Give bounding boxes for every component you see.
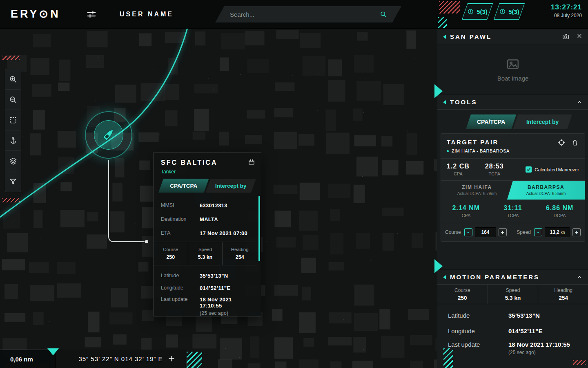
popup-tab-cpa-tcpa[interactable]: CPA/TCPA — [158, 179, 209, 193]
vessel-popup: SFC BALTICA Tanker CPA/TCPA Intercept by… — [153, 152, 261, 316]
section-marker-icon — [443, 35, 446, 39]
tools-body: CPA/TCPA Intercept by TARGET PAIR ZIM HA… — [437, 110, 588, 269]
chevron-up-icon[interactable] — [576, 274, 583, 280]
motion-heading-cell: Heading 254 — [538, 285, 588, 304]
checkbox-icon[interactable] — [526, 166, 532, 173]
tools-tab-cpa-tcpa[interactable]: CPA/TCPA — [466, 114, 516, 129]
course-number: 164 — [481, 229, 490, 235]
map-toolbar — [5, 69, 21, 192]
motion-longitude-label: Longitude — [448, 328, 508, 334]
anchor-tool-button[interactable] — [5, 130, 21, 151]
popup-scrollbar[interactable] — [258, 196, 260, 261]
eta-row: ETA 17 Nov 2021 07:00 — [161, 226, 250, 240]
eta-value: 17 Nov 2021 07:00 — [200, 230, 247, 236]
camera-icon[interactable] — [562, 33, 570, 40]
tcpa-value: 28:53 — [485, 163, 504, 170]
speed-value: 5.3 kn — [198, 254, 212, 260]
motion-speed-cell: Speed 5.3 kn — [488, 285, 538, 304]
tools-tab-intercept-by[interactable]: Intercept by — [513, 114, 572, 129]
speed-stepper-label: Speed — [517, 229, 531, 235]
section-marker-icon — [443, 275, 446, 279]
result-cpa-label: CPA — [461, 213, 470, 218]
last-update-label: Last update — [161, 296, 200, 302]
motion-last-update-ago: (25 sec ago) — [508, 350, 570, 355]
course-label: Course — [163, 247, 178, 252]
search-input[interactable] — [230, 6, 377, 22]
result-dcpa-label: DCPA — [554, 213, 566, 218]
user-name: USER NAME — [120, 11, 174, 18]
popup-tab-intercept-by[interactable]: Intercept by — [206, 179, 256, 193]
layers-button[interactable] — [5, 151, 21, 171]
motion-parameters-header[interactable]: MOTION PARAMETERS — [437, 270, 588, 285]
speed-cell: Speed 5.3 kn — [188, 242, 223, 265]
cpa-value: 1.2 CB — [447, 163, 470, 170]
calendar-icon[interactable] — [248, 158, 255, 166]
cursor-coordinates: 35” 53’ 22” N 014 32’ 19” E — [55, 350, 186, 368]
speed-stepper-value[interactable]: 13,2 kn — [545, 227, 570, 237]
vessel-tab-barbarosa[interactable]: BARBARPSA Actual DCPA: 6.35nm — [507, 181, 585, 200]
tcpa-label: TCPA — [485, 171, 504, 176]
trash-icon[interactable] — [571, 139, 579, 146]
course-cell: Course 250 — [154, 242, 188, 265]
motion-latitude-row: Latitude 35’53’13”N — [448, 307, 588, 323]
result-dcpa-value: 6.86 NM — [546, 204, 573, 212]
menu-icon[interactable] — [86, 9, 98, 20]
alert-icon — [499, 8, 506, 15]
chevron-up-icon[interactable] — [576, 99, 583, 105]
speed-label: Speed — [198, 247, 212, 252]
tools-tabs: CPA/TCPA Intercept by — [466, 114, 572, 129]
motion-speed-value: 5.3 kn — [505, 295, 521, 301]
scale-pointer-icon — [47, 348, 59, 355]
destination-label: Destination — [161, 216, 200, 222]
motion-latitude-value: 35’53’13”N — [508, 312, 540, 319]
section-marker-icon — [443, 100, 446, 104]
crosshair-plus-icon[interactable] — [168, 355, 175, 362]
latitude-value: 35’53’13”N — [200, 273, 228, 279]
motion-last-update-value: 18 Nov 2021 17:10:55 (25 sec ago) — [508, 341, 570, 355]
search-icon[interactable] — [379, 10, 388, 18]
panel-notch-bottom-icon — [434, 259, 443, 273]
mmsi-row: MMSI 633012813 — [161, 198, 250, 212]
motion-course-label: Course — [454, 287, 470, 293]
popup-vessel-type: Tanker — [161, 169, 176, 175]
course-value: 250 — [166, 254, 175, 260]
speed-plus-button[interactable]: + — [572, 228, 581, 236]
alert-badge-1[interactable]: 5(3) — [462, 3, 493, 20]
course-plus-button[interactable]: + — [499, 228, 507, 236]
popup-position-rows: Latitude 35’53’13”N Longitude 014’52’11”… — [161, 269, 250, 314]
tcpa-stat: 28:53 TCPA — [485, 163, 504, 176]
motion-last-update-label: Last update — [448, 341, 508, 348]
course-minus-button[interactable]: - — [464, 228, 472, 236]
vessel-b-name: BARBARPSA — [528, 184, 564, 190]
alert-badge-2[interactable]: 5(3) — [494, 3, 525, 20]
motion-parameters-body: Course 250 Speed 5.3 kn Heading 254 Lati… — [437, 285, 588, 368]
vessel-tab-zim-haifa[interactable]: ZIM HAIFA Actual DCPA: 6.79nm — [441, 181, 513, 200]
panel-notch-top-icon — [434, 84, 443, 98]
cpa-stat: 1.2 CB CPA — [447, 163, 470, 176]
calculated-maneuver-checkbox[interactable]: Calculated Maneuver — [526, 166, 579, 173]
motion-course-cell: Course 250 — [437, 285, 488, 304]
map-scale: 0,06 nm — [0, 350, 55, 368]
locate-target-icon[interactable] — [557, 139, 566, 147]
result-tcpa: 31:11 TCPA — [490, 204, 537, 218]
zoom-in-button[interactable] — [5, 69, 21, 90]
motion-course-value: 250 — [458, 295, 467, 301]
mmsi-value: 633012813 — [200, 202, 227, 209]
popup-fields: MMSI 633012813 Destination MALTA ETA 17 … — [161, 198, 250, 240]
select-area-button[interactable] — [5, 110, 21, 130]
longitude-label: Longitude — [161, 285, 200, 291]
speed-minus-button[interactable]: - — [534, 228, 542, 236]
header: ERY⊙N USER NAME 5(3) 5(3) 13:27:21 08 Ju… — [0, 0, 588, 29]
alert-icon — [467, 8, 474, 15]
destination-value: MALTA — [200, 216, 218, 222]
zoom-out-button[interactable] — [5, 90, 21, 110]
course-stepper-value[interactable]: 164 — [475, 227, 496, 237]
filter-button[interactable] — [5, 171, 21, 192]
result-cpa-value: 2.14 NM — [452, 204, 480, 212]
close-icon[interactable] — [576, 33, 583, 40]
target-pair-names: ZIM HAIFA - BARBAROSA — [447, 148, 510, 153]
last-update-time: 18 Nov 2021 17:10:55 — [200, 296, 232, 309]
eta-label: ETA — [161, 230, 200, 236]
vessel-panel-title: SAN PAWL — [450, 33, 492, 40]
tools-header[interactable]: TOOLS — [437, 95, 588, 110]
